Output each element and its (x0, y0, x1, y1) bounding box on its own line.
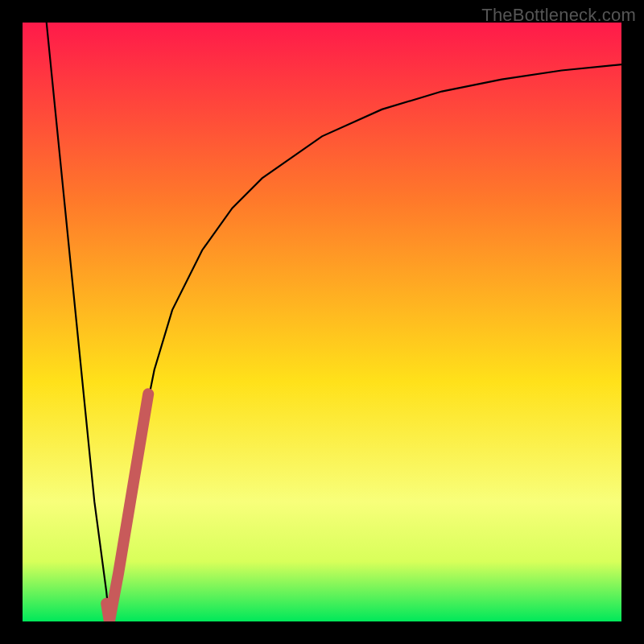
gradient-background (23, 23, 621, 621)
chart-svg (23, 23, 621, 621)
chart-frame (23, 23, 621, 621)
